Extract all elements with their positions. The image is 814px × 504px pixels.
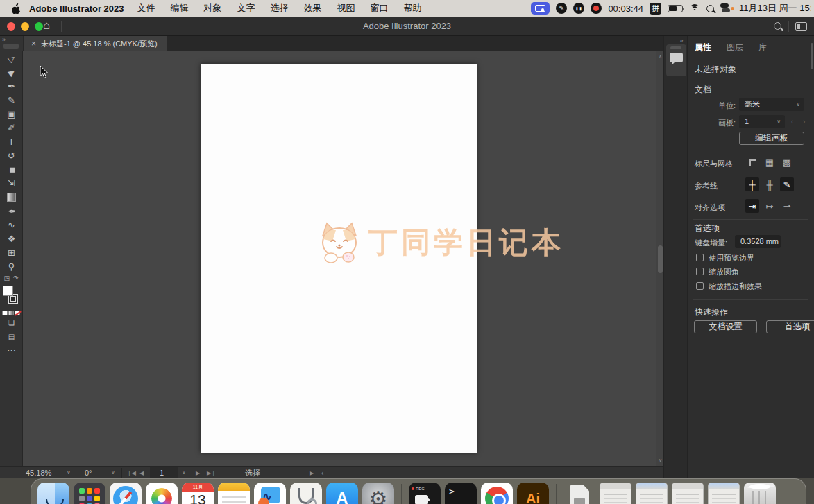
apple-menu-icon[interactable] xyxy=(8,3,24,14)
battery-icon[interactable] xyxy=(668,5,683,12)
scroll-up-icon[interactable]: ∧ xyxy=(656,54,663,60)
dock-chrome[interactable] xyxy=(481,483,513,504)
dock-terminal[interactable]: >_ xyxy=(445,483,477,504)
show-guides-button[interactable]: ╪ xyxy=(745,177,759,191)
dock-screen-recorder[interactable]: REC xyxy=(409,483,441,504)
panel-scrollbar-thumb[interactable] xyxy=(811,43,813,69)
panel-collapse-icon[interactable]: « xyxy=(680,37,684,44)
dock-diagnostics[interactable] xyxy=(290,483,322,504)
none-button[interactable] xyxy=(15,311,20,315)
color-button[interactable] xyxy=(2,311,8,315)
dock-safari[interactable] xyxy=(110,483,142,504)
shaper-tool[interactable]: ∿ xyxy=(0,218,23,232)
dock-minimized-window-1[interactable] xyxy=(600,483,631,504)
rotate-tool[interactable]: ↺ xyxy=(0,148,23,162)
show-grid-button[interactable]: ▦ xyxy=(763,155,777,169)
vertical-scrollbar-thumb[interactable] xyxy=(658,245,663,273)
spotlight-search-icon[interactable] xyxy=(706,5,714,12)
drawing-mode-button[interactable]: ❏ xyxy=(0,315,23,329)
menu-view[interactable]: 视图 xyxy=(330,2,363,15)
dock-freeform[interactable]: ∿ xyxy=(254,483,286,504)
edit-artboard-button[interactable]: 编辑画板 xyxy=(739,132,804,145)
lock-guides-button[interactable]: ╫ xyxy=(763,177,777,191)
snap-to-point-button[interactable]: ⇥ xyxy=(745,199,759,213)
dock-finder[interactable] xyxy=(37,483,69,504)
default-fill-stroke-icon[interactable]: ◳ xyxy=(3,275,10,281)
edit-toolbar-button[interactable]: ⋯ xyxy=(0,343,23,357)
curvature-tool[interactable]: ✎ xyxy=(0,93,23,107)
input-method-badge[interactable]: 拼 xyxy=(650,3,661,15)
fill-swatch[interactable] xyxy=(3,286,13,296)
scale-strokes-effects-checkbox[interactable] xyxy=(696,282,704,290)
tab-layers[interactable]: 图层 xyxy=(727,42,743,53)
tab-libraries[interactable]: 库 xyxy=(758,42,767,53)
dock-trash[interactable] xyxy=(744,483,776,504)
comments-panel-button[interactable] xyxy=(666,44,686,76)
menu-effect[interactable]: 效果 xyxy=(296,2,330,15)
zoom-dropdown-icon[interactable]: ∨ xyxy=(67,467,71,479)
zoom-level[interactable]: 45.18% xyxy=(26,467,51,479)
dock-installer-document[interactable] xyxy=(563,483,595,504)
artboard-tool[interactable]: ⊞ xyxy=(0,245,23,259)
document-tab[interactable]: × 未标题-1 @ 45.18 % (CMYK/预览) xyxy=(24,36,167,51)
menu-file[interactable]: 文件 xyxy=(130,2,163,15)
menubar-datetime[interactable]: 11月13日 周一 15: xyxy=(739,2,811,15)
dock-photos[interactable] xyxy=(146,483,178,504)
zoom-tool[interactable]: ⚲ xyxy=(0,259,23,273)
scale-corners-checkbox[interactable] xyxy=(696,268,704,275)
type-tool[interactable]: T xyxy=(0,134,23,148)
dock-illustrator[interactable]: Ai xyxy=(517,483,549,504)
snap-to-glyph-button[interactable]: ⇀ xyxy=(780,199,794,213)
menu-type[interactable]: 文字 xyxy=(230,2,263,15)
eyedropper-tool[interactable]: ✒ xyxy=(0,204,23,218)
menu-edit[interactable]: 编辑 xyxy=(163,2,196,15)
dock-minimized-window-3[interactable] xyxy=(672,483,704,504)
tab-close-icon[interactable]: × xyxy=(31,39,36,49)
search-icon[interactable] xyxy=(774,22,781,30)
screen-sharing-indicator[interactable] xyxy=(531,2,550,15)
dock-minimized-window-2[interactable] xyxy=(636,483,668,504)
keyboard-increment-field[interactable]: 0.3528 mm xyxy=(735,235,781,248)
toolbar-expand-icon[interactable]: » xyxy=(2,36,6,43)
next-artboard-panel-icon[interactable]: › xyxy=(803,118,805,125)
swap-fill-stroke-icon[interactable]: ↷ xyxy=(13,275,19,281)
selection-tool[interactable]: ▷ xyxy=(0,51,23,65)
artboard-dropdown-icon[interactable]: ∨ xyxy=(182,467,186,479)
dock-launchpad[interactable] xyxy=(74,483,105,504)
snap-to-pixel-button[interactable]: ↦ xyxy=(763,199,777,213)
document-setup-button[interactable]: 文档设置 xyxy=(694,320,757,333)
dock-calendar[interactable]: 11月 13 xyxy=(182,483,214,504)
show-rulers-button[interactable] xyxy=(745,155,759,169)
scale-tool[interactable]: ⇲ xyxy=(0,176,23,190)
use-preview-bounds-checkbox[interactable] xyxy=(696,254,704,261)
dock-system-settings[interactable]: ⚙ xyxy=(362,483,394,504)
menubar-app-name[interactable]: Adobe Illustrator 2023 xyxy=(29,3,124,14)
vertical-scrollbar[interactable]: ∧ ∨ xyxy=(656,51,663,466)
edit-guides-button[interactable]: ✎ xyxy=(780,177,794,191)
pen-tool[interactable]: ✒ xyxy=(0,79,23,93)
unit-dropdown[interactable]: 毫米 ∨ xyxy=(739,98,804,111)
annotate-pencil-button[interactable]: ✎ xyxy=(556,3,567,14)
user-switch-icon[interactable] xyxy=(720,3,733,13)
preferences-button[interactable]: 首选项 xyxy=(766,320,814,333)
menu-window[interactable]: 窗口 xyxy=(363,2,396,15)
artboard-dropdown[interactable]: 1 ∨ xyxy=(739,115,785,128)
dock-minimized-window-4[interactable] xyxy=(708,483,740,504)
toolbar-drag-handle[interactable] xyxy=(3,44,19,49)
gradient-button[interactable] xyxy=(8,311,14,315)
screen-mode-button[interactable]: ▤ xyxy=(0,329,23,343)
menu-help[interactable]: 帮助 xyxy=(396,2,430,15)
wifi-icon[interactable] xyxy=(689,4,700,12)
direct-selection-tool[interactable]: ▶ xyxy=(0,65,23,79)
workspace-switcher-icon[interactable] xyxy=(795,22,807,31)
menu-select[interactable]: 选择 xyxy=(263,2,296,15)
rotation-value[interactable]: 0° xyxy=(85,467,92,479)
pause-recording-button[interactable]: ❚❚ xyxy=(573,3,584,14)
stop-recording-button[interactable] xyxy=(591,3,602,14)
symbol-tool[interactable]: ❖ xyxy=(0,232,23,245)
dock-notes[interactable] xyxy=(218,483,250,504)
snap-to-grid-button[interactable]: ▩ xyxy=(780,155,794,169)
tab-properties[interactable]: 属性 xyxy=(695,42,711,53)
gradient-tool[interactable] xyxy=(0,190,23,204)
artboard-number-field[interactable]: 1 xyxy=(150,467,178,478)
